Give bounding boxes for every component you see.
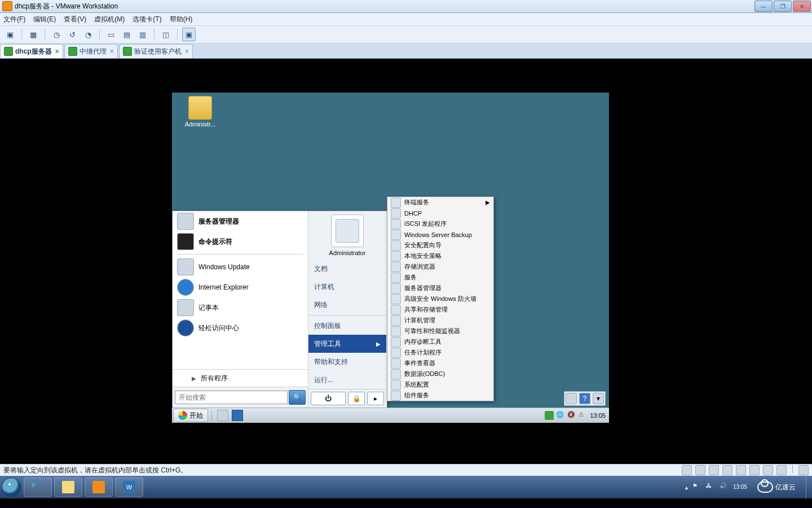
device-hdd-icon[interactable] <box>682 465 692 475</box>
sm-right-admin-tools[interactable]: 管理工具▶ <box>308 335 386 353</box>
sub-task-scheduler[interactable]: 任务计划程序 <box>387 347 493 358</box>
sub-perf-monitor[interactable]: 可靠性和性能监视器 <box>387 326 493 336</box>
start-search-input[interactable] <box>175 391 288 404</box>
vm-tab-client[interactable]: 验证使用客户机 × <box>119 44 193 58</box>
menu-view[interactable]: 查看(V) <box>64 15 86 24</box>
sub-component-services[interactable]: 组件服务 <box>387 390 493 401</box>
menu-file[interactable]: 文件(F) <box>3 15 25 24</box>
guest-desktop[interactable]: Administr... ? ▾ 服务器管理器 命令提示符 Windows Up… <box>172 93 609 423</box>
guest-clock[interactable]: 13:05 <box>590 412 606 419</box>
desktop-admin-folder[interactable]: Administr... <box>178 96 223 128</box>
tray-network-icon[interactable]: 🌐 <box>556 411 565 420</box>
show-desktop-button[interactable] <box>806 476 812 498</box>
sm-right-documents[interactable]: 文档 <box>308 260 386 278</box>
sm-item-windows-update[interactable]: Windows Update <box>173 257 308 277</box>
taskbar-explorer[interactable] <box>54 478 82 497</box>
menu-help[interactable]: 帮助(H) <box>170 15 193 24</box>
sub-dhcp[interactable]: DHCP <box>387 208 493 218</box>
sm-right-computer[interactable]: 计算机 <box>308 278 386 296</box>
menu-vm[interactable]: 虚拟机(M) <box>94 15 125 24</box>
start-menu: 服务器管理器 命令提示符 Windows Update Internet Exp… <box>172 211 387 408</box>
sub-system-config[interactable]: 系统配置 <box>387 379 493 390</box>
minimize-button[interactable]: — <box>754 1 773 12</box>
device-printer-icon[interactable] <box>763 465 773 475</box>
sub-server-manager[interactable]: 服务器管理器 <box>387 283 493 294</box>
tab-close-icon[interactable]: × <box>110 47 114 55</box>
lock-button[interactable]: 🔒 <box>348 392 365 405</box>
taskbar-vmware[interactable] <box>85 478 113 497</box>
sm-username: Administrator <box>329 249 366 256</box>
quicklaunch-server-manager-icon[interactable] <box>217 410 228 421</box>
sm-item-ease-of-access[interactable]: 轻松访问中心 <box>173 318 308 338</box>
sm-item-cmd[interactable]: 命令提示符 <box>173 231 308 252</box>
fullscreen-icon[interactable]: ▣ <box>182 28 196 41</box>
power-options-button[interactable]: ▸ <box>367 392 384 405</box>
show-console-icon[interactable]: ▭ <box>104 28 118 41</box>
chevron-down-icon[interactable]: ▾ <box>593 393 604 404</box>
help-icon[interactable]: ? <box>579 393 590 404</box>
sub-odbc[interactable]: 数据源(ODBC) <box>387 369 493 379</box>
multi-monitor-icon[interactable]: ▥ <box>136 28 149 41</box>
win7-clock[interactable]: 13:05 <box>733 484 747 491</box>
sm-right-help[interactable]: 帮助和支持 <box>308 353 386 371</box>
menu-tabs[interactable]: 选项卡(T) <box>133 15 161 24</box>
sub-services[interactable]: 服务 <box>387 272 493 283</box>
tray-network-icon[interactable]: 🖧 <box>706 483 715 492</box>
quicklaunch-show-desktop-icon[interactable] <box>232 410 243 421</box>
tray-security-icon[interactable]: ⚠ <box>579 411 588 420</box>
unity-icon[interactable]: ◫ <box>159 28 173 41</box>
tab-close-icon[interactable]: × <box>55 47 59 55</box>
tray-expand-icon[interactable]: ▴ <box>685 484 688 491</box>
power-button[interactable]: ⏻ <box>311 392 346 405</box>
device-net-icon[interactable] <box>722 465 732 475</box>
device-display-icon[interactable] <box>776 465 787 475</box>
win7-start-button[interactable] <box>0 476 23 498</box>
message-log-icon[interactable] <box>798 465 809 475</box>
sm-item-server-manager[interactable]: 服务器管理器 <box>173 211 308 231</box>
device-icon[interactable] <box>566 393 577 404</box>
menu-edit[interactable]: 编辑(E) <box>33 15 56 24</box>
tab-close-icon[interactable]: × <box>185 47 189 55</box>
guest-start-button[interactable]: 开始 <box>173 409 208 422</box>
power-on-icon[interactable]: ▣ <box>3 28 17 41</box>
thumbnail-icon[interactable]: ▤ <box>120 28 134 41</box>
sub-memory-diag[interactable]: 内存诊断工具 <box>387 336 493 347</box>
guest-viewport[interactable]: Administr... ? ▾ 服务器管理器 命令提示符 Windows Up… <box>0 59 812 464</box>
tray-flag-icon[interactable]: ⚑ <box>692 483 701 492</box>
sm-item-notepad[interactable]: 记事本 <box>173 297 308 318</box>
snapshot-icon[interactable]: ▦ <box>27 28 40 41</box>
sub-local-sec-policy[interactable]: 本地安全策略 <box>387 251 493 261</box>
sub-iscsi[interactable]: iSCSI 发起程序 <box>387 218 493 229</box>
sub-computer-mgmt[interactable]: 计算机管理 <box>387 315 493 326</box>
sm-right-control-panel[interactable]: 控制面板 <box>308 317 386 335</box>
tray-volume-icon[interactable]: 🔊 <box>720 483 729 492</box>
sm-profile[interactable]: Administrator <box>308 211 386 260</box>
device-sound-icon[interactable] <box>749 465 760 475</box>
snapshot-revert-icon[interactable]: ↺ <box>65 28 79 41</box>
taskbar-word[interactable]: W <box>115 478 143 497</box>
snapshot-manage-icon[interactable]: ◔ <box>81 28 95 41</box>
vm-tab-dhcp[interactable]: dhcp服务器 × <box>0 44 63 58</box>
sm-item-ie[interactable]: Internet Explorer <box>173 277 308 297</box>
search-button[interactable]: 🔍 <box>289 390 306 405</box>
sub-ws-backup[interactable]: Windows Server Backup <box>387 229 493 240</box>
sub-sec-config[interactable]: 安全配置向导 <box>387 240 493 251</box>
sm-all-programs[interactable]: ▶ 所有程序 <box>173 369 308 387</box>
taskbar-ie[interactable]: e <box>24 478 52 497</box>
device-usb-icon[interactable] <box>736 465 746 475</box>
device-floppy-icon[interactable] <box>709 465 719 475</box>
device-cd-icon[interactable] <box>695 465 705 475</box>
sub-firewall[interactable]: 高级安全 Windows 防火墙 <box>387 294 493 304</box>
tray-sound-icon[interactable]: 🔇 <box>567 411 576 420</box>
sm-right-network[interactable]: 网络 <box>308 296 386 314</box>
sub-share-storage[interactable]: 共享和存储管理 <box>387 304 493 315</box>
close-button[interactable]: ✕ <box>793 1 811 12</box>
tray-vmtools-icon[interactable] <box>545 411 554 420</box>
sub-terminal-services[interactable]: 终端服务▶ <box>387 197 493 208</box>
sub-storage-explorer[interactable]: 存储浏览器 <box>387 261 493 272</box>
maximize-button[interactable]: ❐ <box>774 1 792 12</box>
vm-tab-relay[interactable]: 中继代理 × <box>64 44 118 58</box>
snapshot-take-icon[interactable]: ◷ <box>50 28 63 41</box>
sub-event-viewer[interactable]: 事件查看器 <box>387 358 493 369</box>
sm-right-run[interactable]: 运行... <box>308 371 386 389</box>
